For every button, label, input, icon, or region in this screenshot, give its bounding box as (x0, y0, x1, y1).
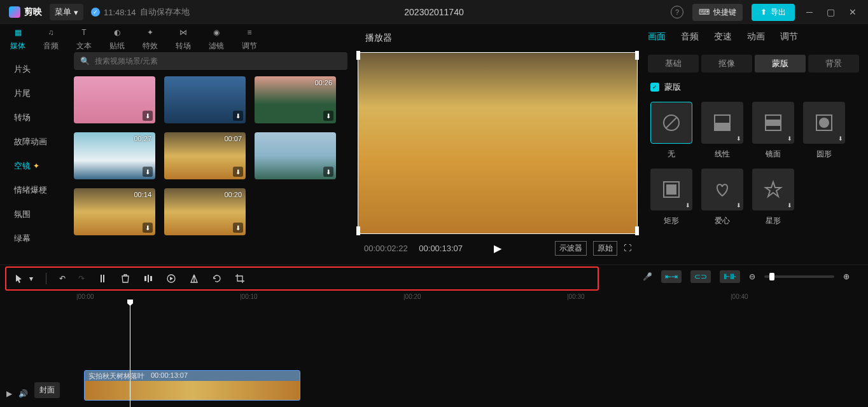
property-tab[interactable]: 画面 (648, 31, 666, 45)
shortcut-button[interactable]: ⌨ 快捷键 (692, 4, 743, 21)
media-thumb[interactable]: ⬇ (255, 132, 336, 179)
mirror-icon[interactable] (189, 273, 199, 284)
category-item[interactable]: 空镜✦ (4, 154, 74, 178)
zoom-out-icon[interactable]: ⊖ (749, 272, 755, 281)
category-item[interactable]: 氛围 (4, 202, 74, 226)
mask-option-circle[interactable]: ⬇圆形 (803, 102, 845, 160)
svg-rect-13 (150, 276, 152, 281)
mask-option-linear[interactable]: ⬇线性 (701, 102, 743, 160)
media-thumb[interactable]: ⬇ (164, 76, 246, 123)
redo-icon[interactable]: ↷ (78, 274, 85, 283)
tab-文本[interactable]: T文本 (76, 25, 92, 52)
property-tab[interactable]: 调节 (780, 31, 798, 45)
resize-handle[interactable] (356, 226, 360, 235)
minimize-button[interactable]: ─ (804, 4, 815, 20)
download-icon[interactable]: ⬇ (233, 111, 243, 121)
snap-main-icon[interactable]: ⇤⇥ (661, 270, 682, 283)
download-icon[interactable]: ⬇ (323, 111, 333, 121)
tab-贴纸[interactable]: ◐贴纸 (109, 25, 125, 52)
export-button[interactable]: ⬆ 导出 (752, 4, 795, 21)
link-icon[interactable]: ⊂⊃ (690, 270, 711, 283)
crop-icon[interactable] (235, 273, 245, 284)
property-subtab[interactable]: 抠像 (701, 55, 752, 72)
playhead[interactable] (130, 303, 130, 407)
mask-option-rect[interactable]: ⬇矩形 (650, 169, 692, 226)
tab-转场[interactable]: ⋈转场 (176, 25, 191, 52)
category-item[interactable]: 转场 (4, 106, 74, 130)
menu-button[interactable]: 菜单 ▾ (50, 4, 83, 20)
resize-handle[interactable] (356, 51, 360, 60)
toggle-visible-icon[interactable]: ▶ (6, 389, 12, 398)
media-thumb[interactable]: 00:14⬇ (74, 188, 155, 235)
category-item[interactable]: 片尾 (4, 81, 74, 106)
property-subtab[interactable]: 蒙版 (755, 55, 806, 72)
check-icon[interactable]: ✓ (650, 83, 659, 92)
download-icon[interactable]: ⬇ (143, 223, 153, 233)
preview-axis-icon[interactable]: ⊩⊪ (720, 270, 740, 283)
property-subtab[interactable]: 基础 (648, 55, 699, 72)
media-thumb[interactable]: 00:26⬇ (255, 76, 336, 123)
trim-icon[interactable] (143, 273, 153, 284)
download-icon[interactable]: ⬇ (233, 223, 243, 233)
property-subtabs: 基础抠像蒙版背景 (643, 52, 864, 75)
freeze-frame-icon[interactable] (166, 273, 176, 284)
rotate-icon[interactable] (212, 273, 222, 284)
ruler-tick: |00:30 (567, 293, 585, 300)
undo-icon[interactable]: ↶ (59, 274, 66, 283)
track-body[interactable]: 实拍秋天树林落叶 00:00:13:07 (76, 303, 868, 407)
property-tab[interactable]: 变速 (714, 31, 732, 45)
pointer-dropdown-icon[interactable]: ▾ (29, 274, 33, 283)
property-tab[interactable]: 动画 (747, 31, 765, 45)
mask-option-star[interactable]: ⬇星形 (752, 169, 794, 226)
resize-handle[interactable] (635, 51, 639, 60)
maximize-button[interactable]: ▢ (824, 4, 837, 20)
zoom-in-icon[interactable]: ⊕ (843, 272, 850, 281)
thumb-duration: 00:07 (224, 135, 242, 142)
search-input-box[interactable]: 🔍 (74, 52, 347, 70)
media-thumb[interactable]: 00:07⬇ (164, 132, 246, 179)
delete-icon[interactable] (120, 273, 130, 284)
category-item[interactable]: 故障动画 (4, 130, 74, 154)
fullscreen-icon[interactable]: ⛶ (624, 244, 631, 252)
cover-button[interactable]: 封面 (34, 382, 60, 398)
resize-handle[interactable] (635, 226, 639, 235)
record-audio-icon[interactable]: 🎤 (643, 272, 652, 281)
pointer-tool-icon[interactable] (14, 273, 24, 284)
play-button[interactable]: ▶ (494, 242, 501, 254)
mask-option-heart[interactable]: ⬇爱心 (701, 169, 743, 226)
download-icon[interactable]: ⬇ (143, 111, 153, 121)
category-item[interactable]: 情绪爆梗 (4, 178, 74, 202)
property-subtab[interactable]: 背景 (808, 55, 859, 72)
split-icon[interactable] (97, 273, 108, 284)
download-icon[interactable]: ⬇ (233, 167, 243, 177)
original-size-button[interactable]: 原始 (593, 241, 617, 256)
media-thumb[interactable]: ⬇ (74, 76, 155, 123)
property-tab[interactable]: 音频 (681, 31, 699, 45)
category-item[interactable]: 片头 (4, 57, 74, 81)
tab-滤镜[interactable]: ◉滤镜 (209, 25, 224, 52)
search-input[interactable] (95, 57, 341, 66)
tab-音频[interactable]: ♫音频 (43, 25, 59, 52)
zoom-slider[interactable] (764, 275, 834, 278)
category-item[interactable]: 绿幕 (4, 226, 74, 251)
track-controls: ▶ 🔊 封面 (0, 303, 76, 407)
video-clip[interactable]: 实拍秋天树林落叶 00:00:13:07 (84, 370, 300, 401)
mask-option-none[interactable]: 无 (650, 102, 692, 160)
download-icon: ⬇ (838, 135, 843, 142)
ruler-tick: |00:40 (731, 293, 748, 300)
download-icon[interactable]: ⬇ (143, 167, 153, 177)
download-icon[interactable]: ⬇ (323, 167, 333, 177)
media-thumb[interactable]: 00:27⬇ (74, 132, 155, 179)
tab-调节[interactable]: ≡调节 (242, 25, 257, 52)
waveform-button[interactable]: 示波器 (555, 241, 587, 256)
close-button[interactable]: ✕ (846, 4, 859, 20)
timeline-ruler[interactable]: |00:00|00:10|00:20|00:30|00:40 (76, 292, 868, 303)
player-viewport[interactable] (358, 52, 638, 234)
media-thumb[interactable]: 00:20⬇ (164, 188, 246, 235)
properties-panel: 画面音频变速动画调节 基础抠像蒙版背景 ✓ 蒙版 无⬇线性⬇镜面⬇圆形⬇矩形⬇爱… (643, 24, 864, 262)
mask-option-mirror[interactable]: ⬇镜面 (752, 102, 794, 160)
mute-icon[interactable]: 🔊 (18, 389, 28, 398)
help-icon[interactable]: ? (671, 6, 683, 18)
tab-媒体[interactable]: ▦媒体 (10, 25, 25, 52)
tab-特效[interactable]: ✦特效 (143, 25, 158, 52)
